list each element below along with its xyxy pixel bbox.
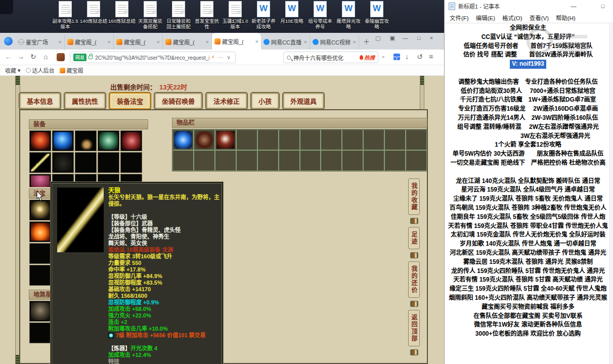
fabao-slot[interactable] [29, 221, 51, 242]
inventory-slot[interactable] [236, 129, 257, 150]
game-tab[interactable]: 属性抗性 [64, 93, 106, 109]
equip-slot[interactable] [98, 152, 119, 173]
tab-close-icon[interactable]: × [353, 39, 356, 45]
desktop-shortcut[interactable]: W 日常睡装和固土魔搭配 [166, 1, 191, 29]
new-tab-button[interactable]: ＋ [363, 36, 370, 46]
inventory-slot[interactable] [342, 150, 363, 171]
download-icon[interactable]: ↓ [405, 53, 409, 61]
desktop-shortcut[interactable]: W 天煞双魔装备搭配 [138, 1, 163, 29]
inventory-slot[interactable] [342, 129, 363, 150]
home-button[interactable]: ⌂ [43, 53, 48, 61]
boss-key-icon[interactable]: ▢ [375, 35, 380, 41]
notepad-titlebar[interactable]: 新标题1 - 记事本 — □ [445, 0, 613, 12]
bookmark-item-1[interactable]: 达人后台 [26, 66, 55, 74]
notepad-minimize-button[interactable]: — [565, 0, 582, 12]
sidebar-button[interactable]: 足迹 [408, 227, 420, 249]
inventory-slot[interactable] [384, 129, 406, 150]
refresh-button[interactable]: ↻ [30, 53, 36, 61]
inventory-slot[interactable] [279, 129, 300, 150]
minimize-button[interactable]: — [403, 35, 408, 41]
tab-close-icon[interactable]: × [255, 38, 258, 44]
desktop-shortcut[interactable]: W 月10E攻略 [279, 1, 304, 29]
game-tab[interactable]: 装备法宝 [109, 93, 151, 109]
maximize-button[interactable]: □ [417, 35, 421, 41]
equip-slot[interactable] [75, 130, 97, 151]
equip-slot[interactable] [98, 130, 119, 151]
browser-tab[interactable]: 鉴宝广场 × [16, 34, 65, 50]
fabao-slot[interactable] [29, 243, 51, 264]
sidebar-button[interactable]: 返回顶部 [408, 310, 420, 346]
notepad-maximize-button[interactable]: □ [594, 0, 611, 12]
game-tab[interactable]: 法术修正 [206, 93, 247, 109]
address-more-icon[interactable]: ⋯ [218, 54, 224, 61]
inventory-slot[interactable] [300, 150, 321, 171]
desktop-shortcut[interactable]: W 玉疆幻域1.0版本 [223, 1, 248, 29]
browser-tab[interactable]: 藏宝阁_( × [114, 34, 163, 50]
sidebar-button[interactable]: 我的还价 [408, 261, 420, 298]
speed-bolt-icon[interactable]: ⚡ [211, 54, 215, 61]
desktop-shortcut[interactable]: W 雁塔异光攻略 [336, 1, 361, 29]
tab-close-icon[interactable]: × [157, 39, 160, 45]
equip-slot[interactable] [29, 174, 51, 187]
inventory-slot[interactable] [363, 129, 384, 150]
notepad-menu-item[interactable]: 查看(V) [530, 14, 549, 22]
inventory-slot[interactable] [172, 129, 194, 150]
notepad-menu-item[interactable]: 文件(F) [450, 14, 469, 22]
inventory-slot[interactable] [406, 150, 427, 171]
notepad-menu-item[interactable]: 帮助(H) [556, 14, 576, 22]
menu-icon[interactable]: ≡ [429, 53, 433, 61]
desktop-shortcut[interactable]: W 160炼狱总结 [109, 1, 135, 29]
favorites-button[interactable]: 收藏▾ [5, 66, 21, 74]
address-dropdown-icon[interactable]: ∨ [227, 54, 231, 61]
inventory-slot[interactable] [194, 129, 215, 150]
equip-slot[interactable] [52, 130, 74, 151]
inventory-slot[interactable] [321, 129, 342, 150]
desktop-shortcut[interactable]: W 秦陵幽宫攻略 [364, 1, 389, 29]
tab-close-icon[interactable]: × [206, 39, 209, 45]
sidebar-button[interactable]: 我的收藏 [408, 178, 420, 215]
desktop-app-icon-partial[interactable] [0, 0, 13, 14]
close-button[interactable]: × [430, 35, 433, 41]
inventory-slot[interactable] [406, 129, 427, 150]
inventory-slot[interactable] [215, 129, 236, 150]
equip-slot[interactable] [29, 152, 51, 173]
browser-tab[interactable]: 网易CC视频 × [310, 34, 359, 50]
fabao-slot[interactable] [29, 265, 51, 286]
tab-close-icon[interactable]: × [108, 39, 111, 45]
bookmark-item-2[interactable]: 藏宝阁 [60, 66, 83, 74]
equip-slot[interactable] [52, 152, 74, 173]
address-bar[interactable]: 网易 2C%20"tag"%3A%20"user"%7D&reco_reques… [70, 52, 236, 63]
browser-tab[interactable]: 藏宝阁_( × [212, 33, 261, 50]
inventory-slot[interactable] [300, 129, 321, 150]
inventory-slot[interactable] [321, 150, 342, 171]
disha-slot[interactable] [29, 301, 51, 322]
inventory-slot[interactable] [257, 150, 279, 171]
game-tab[interactable]: 坐骑召唤兽 [154, 93, 202, 109]
equip-slot[interactable] [29, 130, 51, 151]
browser-logo-icon[interactable] [4, 37, 13, 46]
notepad-menu-item[interactable]: 格式(O) [502, 14, 522, 22]
inventory-slot[interactable] [384, 150, 406, 171]
privacy-icon[interactable]: ▣ [389, 35, 395, 41]
apps-grid-icon[interactable] [393, 54, 400, 60]
game-tab[interactable]: 外观道具 [283, 93, 324, 109]
equip-slot[interactable] [75, 152, 97, 173]
notepad-menu-item[interactable]: 编辑(E) [476, 14, 495, 22]
extension-shield-icon[interactable] [57, 53, 65, 61]
inventory-slot[interactable] [257, 129, 279, 150]
url-text[interactable]: 2C%20"tag"%3A%20"user"%7D&reco_request_i… [95, 55, 209, 61]
inventory-slot[interactable] [215, 150, 236, 171]
game-tab[interactable]: 基本信息 [19, 93, 61, 109]
search-suggest-text[interactable]: 神舟十六有哪些优化 [293, 54, 360, 62]
forward-button[interactable]: → [17, 53, 24, 61]
notepad-scrollbar[interactable] [609, 24, 613, 364]
inventory-slot[interactable] [172, 150, 194, 171]
profile-icon[interactable]: ◦ [382, 53, 384, 61]
inventory-slot[interactable] [363, 150, 384, 171]
inventory-slot[interactable] [194, 150, 215, 171]
browser-tab[interactable]: 网易CC直播 × [261, 34, 310, 50]
desktop-shortcut[interactable]: W 首发宝宝抗性 [194, 1, 220, 29]
desktop-shortcut[interactable]: W 新老孩子养成攻略 [251, 1, 276, 29]
restore-icon[interactable]: ↺ [417, 53, 423, 61]
browser-tab[interactable]: 藏宝阁_( × [65, 34, 114, 50]
